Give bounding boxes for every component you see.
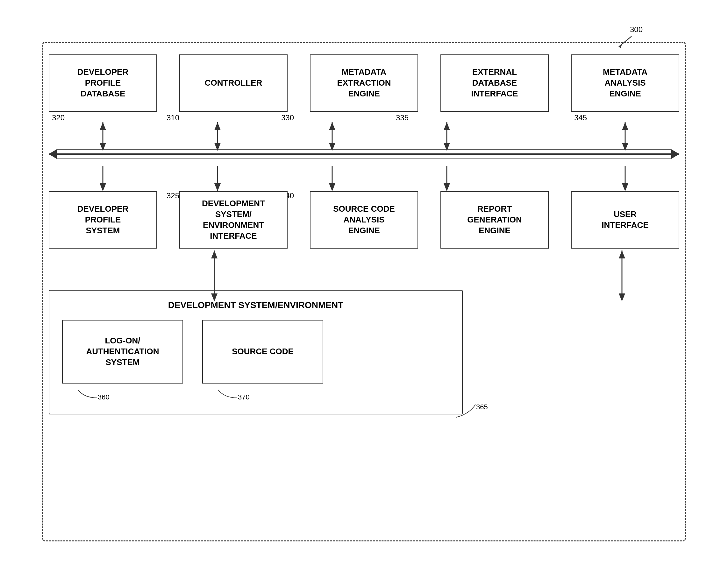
svg-marker-36 <box>619 293 625 301</box>
arrow-340-down <box>324 166 340 191</box>
svg-text:365: 365 <box>476 403 488 411</box>
ref-360-curve: 360 <box>72 388 110 401</box>
development-system-environment-interface-label: DEVELOPMENT SYSTEM/ ENVIRONMENT INTERFAC… <box>202 198 265 241</box>
ref-300-label: 300 <box>630 25 643 34</box>
source-code-analysis-engine-box: SOURCE CODE ANALYSIS ENGINE <box>310 191 418 249</box>
metadata-analysis-engine-label: METADATA ANALYSIS ENGINE <box>603 67 647 99</box>
svg-marker-10 <box>329 122 335 130</box>
development-system-environment-title: DEVELOPMENT SYSTEM/ENVIRONMENT <box>62 300 449 310</box>
ref-370-curve: 370 <box>212 388 250 401</box>
svg-marker-29 <box>444 183 450 191</box>
arrow-user-interface-to-lower <box>614 251 630 301</box>
logon-authentication-system-label: LOG-ON/ AUTHENTICATION SYSTEM <box>86 335 159 368</box>
svg-text:360: 360 <box>98 393 110 401</box>
user-interface-box: USER INTERFACE <box>571 191 679 249</box>
controller-label: CONTROLLER <box>205 78 262 89</box>
arrow-355-down <box>617 166 633 191</box>
svg-marker-27 <box>329 183 335 191</box>
logon-authentication-system-box: LOG-ON/ AUTHENTICATION SYSTEM <box>62 320 183 383</box>
ref-370-container: 370 <box>202 388 323 401</box>
external-database-interface-box: EXTERNAL DATABASE INTERFACE <box>440 54 549 112</box>
metadata-extraction-engine-label: METADATA EXTRACTION ENGINE <box>337 67 391 99</box>
development-system-environment-interface-box: DEVELOPMENT SYSTEM/ ENVIRONMENT INTERFAC… <box>179 191 288 249</box>
svg-marker-31 <box>622 183 628 191</box>
svg-marker-23 <box>100 183 106 191</box>
report-generation-engine-label: REPORT GENERATION ENGINE <box>467 204 522 236</box>
developer-profile-system-box: DEVELOPER PROFILE SYSTEM <box>49 191 157 249</box>
report-generation-engine-box: REPORT GENERATION ENGINE <box>440 191 549 249</box>
svg-text:370: 370 <box>238 393 250 401</box>
developer-profile-database-label: DEVELOPER PROFILE DATABASE <box>77 67 128 99</box>
svg-marker-34 <box>211 251 218 259</box>
arrow-325-down <box>210 166 225 191</box>
metadata-extraction-engine-box: METADATA EXTRACTION ENGINE <box>310 54 418 112</box>
svg-marker-4 <box>100 122 106 130</box>
developer-profile-system-label: DEVELOPER PROFILE SYSTEM <box>77 204 128 236</box>
source-code-label: SOURCE CODE <box>232 346 294 357</box>
svg-marker-37 <box>619 251 625 259</box>
ref-345-label: 345 <box>574 113 587 122</box>
user-interface-label: USER INTERFACE <box>602 209 648 231</box>
lower-sub-refs: 360 370 <box>62 388 449 401</box>
external-database-interface-label: EXTERNAL DATABASE INTERFACE <box>471 67 518 99</box>
source-code-analysis-engine-label: SOURCE CODE ANALYSIS ENGINE <box>333 204 395 236</box>
svg-marker-7 <box>214 122 221 130</box>
source-code-box: SOURCE CODE <box>202 320 323 383</box>
ref-320-label: 320 <box>52 113 65 122</box>
development-system-environment-box: DEVELOPMENT SYSTEM/ENVIRONMENT LOG-ON/ A… <box>49 290 463 414</box>
ref-310-label: 310 <box>167 113 179 122</box>
top-row: DEVELOPER PROFILE DATABASE CONTROLLER ME… <box>49 54 679 112</box>
svg-marker-13 <box>444 122 450 130</box>
metadata-analysis-engine-box: METADATA ANALYSIS ENGINE <box>571 54 679 112</box>
bottom-row: DEVELOPER PROFILE SYSTEM DEVELOPMENT SYS… <box>49 191 679 249</box>
arrow-350-down <box>439 166 455 191</box>
ref-330-label: 330 <box>281 113 294 122</box>
svg-marker-25 <box>214 183 221 191</box>
lower-sub-boxes: LOG-ON/ AUTHENTICATION SYSTEM SOURCE COD… <box>62 320 449 383</box>
arrow-315-down <box>95 166 111 191</box>
ref-335-label: 335 <box>396 113 409 122</box>
ref-365-curve: 365 <box>450 401 495 420</box>
controller-box: CONTROLLER <box>179 54 288 112</box>
svg-marker-19 <box>671 149 679 159</box>
developer-profile-database-box: DEVELOPER PROFILE DATABASE <box>49 54 157 112</box>
horizontal-bus <box>49 143 679 165</box>
svg-marker-18 <box>49 149 57 159</box>
ref-360-container: 360 <box>62 388 183 401</box>
svg-marker-16 <box>622 122 628 130</box>
